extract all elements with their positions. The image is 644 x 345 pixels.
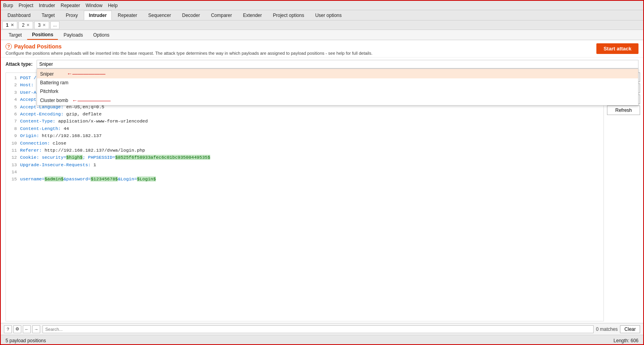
main-content: ? Payload Positions Configure the positi… — [1, 40, 643, 323]
page-header: ? Payload Positions Configure the positi… — [1, 40, 643, 58]
dropdown-option-battering-ram[interactable]: Battering ram — [37, 78, 638, 87]
settings-bottom-icon[interactable]: ⚙ — [13, 325, 21, 333]
forward-bottom-icon[interactable]: → — [32, 325, 40, 333]
menu-bar: Burp Project Intruder Repeater Window He… — [1, 1, 643, 10]
table-row: 7 Content-Type: application/x-www-form-u… — [7, 118, 602, 125]
request-editor-area: 1 POST /dvwa/login.php HTTP/1.1 2 Host: … — [1, 71, 643, 323]
attack-type-select[interactable]: SniperBattering ramPitchforkCluster bomb — [37, 60, 638, 69]
search-input[interactable] — [43, 325, 594, 333]
tab-extender[interactable]: Extender — [238, 11, 267, 20]
menu-burp[interactable]: Burp — [3, 3, 13, 8]
nav-tabs: Dashboard Target Proxy Intruder Repeater… — [1, 10, 643, 20]
num-tab-2[interactable]: 2 ✕ — [19, 21, 33, 29]
clear-search-button[interactable]: Clear — [620, 325, 640, 333]
attack-type-wrapper: SniperBattering ramPitchforkCluster bomb… — [37, 60, 638, 69]
sub-tab-row: Target Positions Payloads Options — [1, 30, 643, 40]
tab-proxy[interactable]: Proxy — [61, 11, 83, 20]
page-description: Configure the positions where payloads w… — [6, 51, 372, 56]
bottom-icons: ? ⚙ ← → — [4, 325, 40, 333]
bottom-bar: ? ⚙ ← → 0 matches Clear — [1, 323, 643, 335]
table-row: 12 Cookie: security=$high$; PHPSESSID=$8… — [7, 154, 602, 161]
close-tab-1-icon[interactable]: ✕ — [11, 23, 14, 27]
more-tabs-button[interactable]: ... — [50, 21, 59, 29]
page-header-left: ? Payload Positions Configure the positi… — [6, 43, 372, 56]
page-title: ? Payload Positions — [6, 43, 372, 50]
close-tab-3-icon[interactable]: ✕ — [43, 23, 46, 27]
dropdown-option-cluster-bomb[interactable]: Cluster bomb ←—————— — [37, 96, 638, 105]
attack-type-label: Attack type: — [6, 61, 33, 67]
sub-tab-positions[interactable]: Positions — [27, 30, 58, 40]
tab-project-options[interactable]: Project options — [268, 11, 309, 20]
attack-type-dropdown: Sniper ←—————— Battering ram Pitchfork C… — [37, 69, 638, 106]
table-row: 8 Content-Length: 44 — [7, 125, 602, 132]
table-row: 13 Upgrade-Insecure-Requests: 1 — [7, 161, 602, 169]
sub-tab-options[interactable]: Options — [89, 31, 114, 39]
tab-row: 1 ✕ 2 ✕ 3 ✕ ... — [1, 20, 643, 30]
num-tab-1[interactable]: 1 ✕ — [2, 21, 17, 29]
table-row: 15 username=$admin$&password=$12345678$&… — [7, 176, 602, 183]
help-bottom-icon[interactable]: ? — [4, 325, 12, 333]
sub-tab-target[interactable]: Target — [4, 31, 26, 39]
tab-target[interactable]: Target — [37, 11, 60, 20]
back-bottom-icon[interactable]: ← — [23, 325, 31, 333]
attack-type-row: Attack type: SniperBattering ramPitchfor… — [1, 58, 643, 71]
table-row: 14 — [7, 169, 602, 176]
close-tab-2-icon[interactable]: ✕ — [26, 23, 30, 27]
dropdown-option-sniper[interactable]: Sniper ←—————— — [37, 69, 638, 78]
menu-window[interactable]: Window — [85, 3, 102, 8]
table-row: 9 Origin: http://192.168.182.137 — [7, 132, 602, 139]
refresh-button[interactable]: Refresh — [607, 106, 640, 115]
tab-user-options[interactable]: User options — [310, 11, 347, 20]
tab-dashboard[interactable]: Dashboard — [2, 11, 36, 20]
menu-help[interactable]: Help — [108, 3, 118, 8]
request-editor[interactable]: 1 POST /dvwa/login.php HTTP/1.1 2 Host: … — [6, 72, 604, 321]
matches-count: 0 matches — [596, 326, 618, 332]
status-bar: 5 payload positions Length: 606 — [1, 335, 643, 345]
menu-project[interactable]: Project — [19, 3, 33, 8]
menu-intruder[interactable]: Intruder — [39, 3, 55, 8]
help-icon[interactable]: ? — [6, 43, 12, 50]
sub-tab-payloads[interactable]: Payloads — [59, 31, 87, 39]
tab-comparer[interactable]: Comparer — [206, 11, 237, 20]
table-row: 11 Referer: http://192.168.182.137/dvwa/… — [7, 147, 602, 154]
length-value: Length: 606 — [614, 338, 638, 343]
start-attack-button[interactable]: Start attack — [596, 43, 638, 54]
table-row: 10 Connection: close — [7, 140, 602, 147]
tab-decoder[interactable]: Decoder — [177, 11, 205, 20]
dropdown-option-pitchfork[interactable]: Pitchfork — [37, 87, 638, 96]
tab-repeater[interactable]: Repeater — [113, 11, 142, 20]
right-sidebar: Add § Clear § Auto § Refresh — [604, 71, 643, 323]
menu-repeater[interactable]: Repeater — [61, 3, 80, 8]
table-row: 6 Accept-Encoding: gzip, deflate — [7, 111, 602, 118]
tab-sequencer[interactable]: Sequencer — [143, 11, 176, 20]
tab-intruder[interactable]: Intruder — [84, 11, 112, 20]
num-tab-3[interactable]: 3 ✕ — [34, 21, 49, 29]
payload-positions-count: 5 payload positions — [6, 338, 46, 343]
